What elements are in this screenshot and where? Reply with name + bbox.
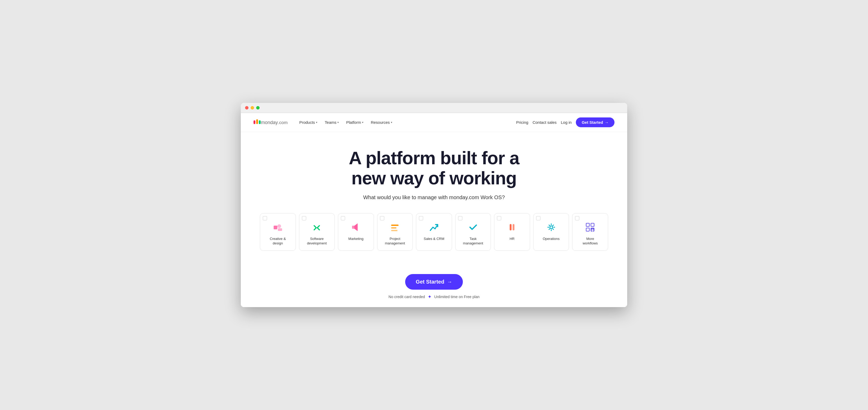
card-checkbox[interactable]: [536, 216, 540, 220]
svg-point-4: [277, 224, 281, 228]
traffic-light-green[interactable]: [256, 106, 259, 109]
operations-icon: [545, 221, 558, 233]
software-icon: [310, 221, 323, 233]
chevron-down-icon: ▾: [391, 121, 392, 124]
creative-icon: [272, 221, 284, 233]
svg-rect-5: [278, 228, 282, 231]
card-label: Projectmanagement: [380, 237, 410, 246]
svg-rect-24: [586, 228, 589, 231]
logo-icon: [253, 119, 261, 125]
workflow-card-more[interactable]: Moreworkflows: [572, 213, 608, 251]
svg-rect-12: [513, 224, 515, 230]
nav-right: Pricing Contact sales Log in Get Started…: [516, 118, 615, 127]
svg-point-13: [550, 226, 553, 228]
task-icon: [467, 221, 479, 233]
nav-item-teams[interactable]: Teams ▾: [321, 118, 342, 127]
project-icon: [389, 221, 401, 233]
workflow-card-hr[interactable]: HR: [494, 213, 530, 251]
card-label: Moreworkflows: [576, 237, 605, 246]
card-label: Sales & CRM: [420, 237, 448, 241]
hero-section: A platform built for a new way of workin…: [241, 132, 627, 274]
workflow-card-marketing[interactable]: Marketing: [338, 213, 374, 251]
workflow-card-task-mgmt[interactable]: Taskmanagement: [455, 213, 491, 251]
nav-log-in[interactable]: Log in: [561, 120, 571, 125]
cta-section: Get Started → No credit card needed ✦ Un…: [241, 274, 627, 307]
cta-note: No credit card needed ✦ Unlimited time o…: [241, 294, 627, 300]
card-label: Softwaredevelopment: [303, 237, 332, 246]
svg-rect-8: [391, 225, 399, 226]
svg-rect-23: [591, 223, 594, 226]
nav-item-products[interactable]: Products ▾: [296, 118, 320, 127]
arrow-icon: →: [605, 120, 609, 125]
chevron-down-icon: ▾: [316, 121, 317, 124]
nav-item-platform[interactable]: Platform ▾: [343, 118, 367, 127]
nav-links: Products ▾ Teams ▾ Platform ▾ Resources …: [296, 118, 516, 127]
hero-get-started-button[interactable]: Get Started →: [405, 274, 463, 290]
sales-icon: [428, 221, 440, 233]
nav-contact-sales[interactable]: Contact sales: [532, 120, 557, 125]
card-checkbox[interactable]: [263, 216, 267, 220]
arrow-icon: →: [447, 279, 452, 285]
svg-rect-3: [274, 226, 277, 229]
workflow-card-project-mgmt[interactable]: Projectmanagement: [377, 213, 413, 251]
card-checkbox[interactable]: [341, 216, 345, 220]
card-checkbox[interactable]: [458, 216, 462, 220]
hr-icon: [506, 221, 519, 233]
svg-rect-9: [391, 227, 396, 228]
browser-window: monday.com Products ▾ Teams ▾ Platform ▾…: [241, 103, 627, 307]
svg-rect-2: [259, 120, 261, 124]
traffic-light-red[interactable]: [245, 106, 248, 109]
card-checkbox[interactable]: [302, 216, 306, 220]
card-checkbox[interactable]: [419, 216, 423, 220]
card-checkbox[interactable]: [380, 216, 384, 220]
nav-get-started-button[interactable]: Get Started →: [576, 118, 615, 127]
logo[interactable]: monday.com: [253, 119, 288, 126]
svg-line-21: [549, 229, 550, 230]
nav-pricing[interactable]: Pricing: [516, 120, 528, 125]
navbar: monday.com Products ▾ Teams ▾ Platform ▾…: [241, 113, 627, 132]
svg-rect-0: [253, 120, 255, 124]
workflow-card-software-dev[interactable]: Softwaredevelopment: [299, 213, 335, 251]
svg-rect-22: [586, 223, 589, 226]
chevron-down-icon: ▾: [337, 121, 339, 124]
card-label: HR: [497, 237, 527, 241]
logo-text: monday.com: [261, 119, 288, 126]
workflow-card-operations[interactable]: Operations: [533, 213, 569, 251]
hero-title: A platform built for a new way of workin…: [253, 148, 615, 188]
workflow-cards: Creative &design Softwaredevelopment: [253, 213, 615, 251]
card-checkbox[interactable]: [575, 216, 579, 220]
page-content: monday.com Products ▾ Teams ▾ Platform ▾…: [241, 113, 627, 307]
marketing-icon: [349, 221, 362, 233]
svg-line-19: [553, 229, 553, 230]
card-label: Operations: [537, 237, 566, 241]
more-icon: [584, 221, 596, 233]
separator-icon: ✦: [428, 294, 432, 300]
nav-item-resources[interactable]: Resources ▾: [368, 118, 395, 127]
hero-subtitle: What would you like to manage with monda…: [253, 194, 615, 200]
browser-chrome: [241, 103, 627, 113]
workflow-card-creative-design[interactable]: Creative &design: [260, 213, 296, 251]
svg-rect-7: [352, 226, 354, 228]
svg-line-18: [549, 225, 550, 226]
card-label: Taskmanagement: [459, 237, 488, 246]
card-checkbox[interactable]: [497, 216, 501, 220]
chevron-down-icon: ▾: [362, 121, 363, 124]
svg-rect-11: [510, 224, 512, 230]
workflow-card-sales-crm[interactable]: Sales & CRM: [416, 213, 452, 251]
svg-rect-1: [256, 119, 258, 124]
card-label: Marketing: [341, 237, 371, 241]
svg-line-20: [553, 225, 553, 226]
traffic-light-yellow[interactable]: [251, 106, 254, 109]
card-label: Creative &design: [263, 237, 292, 246]
svg-rect-10: [391, 230, 398, 231]
